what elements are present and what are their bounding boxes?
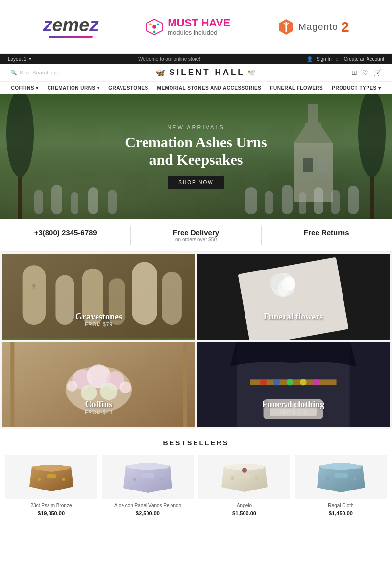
zemes-z2: z [89, 16, 98, 34]
bestsellers-title: BESTSELLERS [5, 439, 387, 447]
returns-text: Free Returns [269, 228, 384, 237]
product-name-1: 23ct Psalm Bronze [5, 503, 97, 508]
coffin-svg-4 [309, 460, 373, 494]
svg-rect-16 [51, 185, 62, 214]
svg-rect-18 [88, 187, 98, 214]
cat-flowers-price: FROM $8 [264, 322, 323, 327]
layout-selector[interactable]: Layout 1 ▼ [8, 56, 32, 62]
info-phone: +3(800) 2345-6789 [0, 226, 131, 245]
product-card-1[interactable]: 23ct Psalm Bronze $19,850.00 [5, 455, 97, 516]
category-flowers[interactable]: Funeral flowers FROM $8 [197, 254, 390, 340]
product-price-2: $2,500.00 [102, 510, 194, 516]
coffin-svg-2 [116, 460, 180, 494]
delivery-text: Free Delivery [138, 228, 253, 237]
svg-point-71 [238, 474, 251, 479]
category-gravestones[interactable]: ✟ Gravestones FROM $79 [2, 254, 195, 340]
hero-title: Cremation Ashes Urnsand Keepsakes [125, 133, 267, 169]
category-coffins[interactable]: Coffins FROM $43 [2, 342, 195, 427]
nav-product-types[interactable]: PRODUCT TYPES ▾ [332, 85, 381, 91]
info-bar: +3(800) 2345-6789 Free Delivery on order… [0, 219, 392, 252]
product-card-4[interactable]: Regal Cloth $1,450.00 [295, 455, 387, 516]
hero-section: NEW ARRIVALS Cremation Ashes Urnsand Kee… [0, 94, 392, 219]
logo-butterfly-icon: 🦋 [155, 68, 167, 77]
coffin-svg-3 [213, 460, 276, 494]
store-topbar: Layout 1 ▼ Welcome to our online store! … [0, 54, 392, 64]
svg-point-42 [278, 280, 289, 296]
svg-point-58 [260, 379, 267, 386]
cart-icon[interactable]: 🛒 [373, 69, 382, 76]
svg-point-64 [62, 478, 65, 481]
cat-coffins-name: Coffins [85, 399, 113, 410]
nav-coffins[interactable]: COFFINS ▾ [11, 85, 38, 91]
cat-coffins-price: FROM $43 [85, 410, 113, 415]
store-header: 🔍 Start Searching... 🦋 SILENT HALL 🕊️ ⊞ … [0, 64, 392, 82]
search-area[interactable]: 🔍 Start Searching... [10, 70, 61, 76]
svg-rect-14 [318, 158, 328, 172]
hero-subtitle: NEW ARRIVALS [125, 124, 267, 130]
product-name-4: Regal Cloth [295, 503, 387, 508]
logo-dove-icon: 🕊️ [247, 69, 257, 76]
product-card-3[interactable]: Angelo $1,500.00 [198, 455, 290, 516]
wishlist-icon[interactable]: ♡ [362, 69, 368, 76]
cat-flowers-name: Funeral flowers [264, 312, 323, 322]
nav-cremation-urns[interactable]: CREMATION URNS ▾ [48, 85, 100, 91]
svg-rect-24 [314, 187, 323, 214]
cat-clothing-info: Funeral clothing FROM $10 [262, 399, 325, 415]
svg-point-7 [358, 94, 386, 177]
logo-text: SILENT HALL [169, 68, 245, 77]
create-account-link[interactable]: Create an Account [344, 56, 384, 62]
svg-rect-22 [282, 185, 293, 214]
nav-memorial-stones[interactable]: MEMORIAL STONES AND ACCESSORIES [157, 85, 262, 91]
svg-rect-20 [245, 187, 257, 214]
svg-rect-34 [162, 272, 182, 325]
svg-text:✟: ✟ [31, 283, 37, 290]
svg-rect-17 [71, 192, 78, 214]
magento-text: Magento [298, 22, 338, 32]
svg-point-69 [230, 477, 234, 480]
svg-point-3 [157, 23, 160, 25]
bestsellers-section: BESTSELLERS [0, 429, 392, 526]
search-placeholder: Start Searching... [20, 70, 61, 75]
sign-in-link[interactable]: Sign In [317, 56, 332, 62]
svg-point-52 [120, 381, 131, 393]
svg-point-72 [242, 468, 247, 473]
must-have-subtext: modules included [168, 29, 230, 36]
product-name-3: Angelo [198, 503, 290, 508]
product-image-2 [102, 455, 194, 499]
product-card-2[interactable]: Aloe con Panel Vanos Pelondo $2,500.00 [102, 455, 194, 516]
hero-content: NEW ARRIVALS Cremation Ashes Urnsand Kee… [125, 124, 267, 189]
nav-gravestones[interactable]: GRAVESTONES [108, 85, 148, 91]
layout-label: Layout 1 [8, 56, 26, 62]
phone-number: +3(800) 2345-6789 [8, 228, 123, 237]
account-links: 👤 Sign In or Create an Account [307, 56, 384, 62]
magento-icon [277, 18, 295, 36]
svg-point-4 [153, 30, 156, 33]
magento-version: 2 [341, 19, 349, 35]
svg-point-5 [6, 94, 34, 177]
header-icons: ⊞ ♡ 🛒 [351, 69, 382, 76]
product-price-4: $1,450.00 [295, 510, 387, 516]
product-image-3 [198, 455, 290, 499]
welcome-message: Welcome to our online store! [138, 56, 200, 62]
zemes-z1: z [43, 16, 52, 34]
product-image-1 [5, 455, 97, 499]
svg-point-50 [100, 383, 117, 400]
must-have-hex-icon [145, 18, 164, 36]
person-icon: 👤 [307, 56, 313, 62]
svg-rect-19 [108, 190, 117, 214]
nav-funeral-flowers[interactable]: FUNERAL FLOWERS [270, 85, 323, 91]
shop-now-button[interactable]: SHOP NOW [168, 176, 224, 189]
zemes-logo[interactable]: zemez [43, 16, 98, 38]
zemes-e1: eme [52, 16, 89, 34]
compare-icon[interactable]: ⊞ [351, 69, 357, 76]
delivery-sub: on orders over $50 [138, 237, 253, 242]
info-returns: Free Returns [262, 226, 392, 245]
zemes-underline [49, 36, 93, 38]
svg-rect-21 [265, 191, 273, 214]
svg-rect-33 [132, 262, 157, 325]
coffin-svg-1 [20, 460, 83, 494]
svg-point-74 [353, 477, 356, 481]
category-clothing[interactable]: Funeral clothing FROM $10 [197, 342, 390, 427]
svg-point-60 [287, 379, 294, 386]
svg-rect-65 [47, 474, 56, 478]
